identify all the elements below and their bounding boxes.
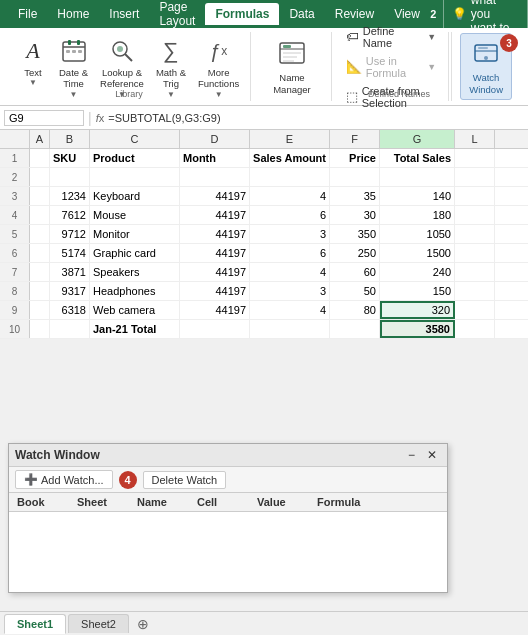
cell-1b[interactable]: SKU [50,149,90,167]
tab-page-layout[interactable]: Page Layout [149,0,205,32]
cell-2b[interactable] [50,168,90,186]
cell-5c[interactable]: Monitor [90,225,180,243]
cell-4l[interactable] [455,206,495,224]
tab-formulas[interactable]: Formulas [205,3,279,25]
cell-8d[interactable]: 44197 [180,282,250,300]
tab-view[interactable]: View [384,3,430,25]
cell-9d[interactable]: 44197 [180,301,250,319]
cell-10f[interactable] [330,320,380,338]
name-box[interactable] [4,110,84,126]
cell-1f[interactable]: Price [330,149,380,167]
add-sheet-button[interactable]: ⊕ [131,614,155,634]
cell-7a[interactable] [30,263,50,281]
cell-9e[interactable]: 4 [250,301,330,319]
cell-10l[interactable] [455,320,495,338]
use-in-formula-button[interactable]: 📐 Use in Formula ▼ [342,53,441,81]
tab-insert[interactable]: Insert [99,3,149,25]
cell-4g[interactable]: 180 [380,206,455,224]
cell-3e[interactable]: 4 [250,187,330,205]
cell-6e[interactable]: 6 [250,244,330,262]
cell-2c[interactable] [90,168,180,186]
cell-10e[interactable] [250,320,330,338]
text-button[interactable]: A Text ▼ [14,34,52,90]
sheet-tab-sheet2[interactable]: Sheet2 [68,614,129,633]
cell-4c[interactable]: Mouse [90,206,180,224]
cell-10b[interactable] [50,320,90,338]
cell-2a[interactable] [30,168,50,186]
cell-6b[interactable]: 5174 [50,244,90,262]
cell-2l[interactable] [455,168,495,186]
cell-7l[interactable] [455,263,495,281]
cell-3f[interactable]: 35 [330,187,380,205]
sheet-tab-sheet1[interactable]: Sheet1 [4,614,66,634]
cell-7c[interactable]: Speakers [90,263,180,281]
delete-watch-button[interactable]: Delete Watch [143,471,227,489]
cell-3l[interactable] [455,187,495,205]
cell-8l[interactable] [455,282,495,300]
cell-1c[interactable]: Product [90,149,180,167]
cell-9a[interactable] [30,301,50,319]
cell-9l[interactable] [455,301,495,319]
cell-1e[interactable]: Sales Amount [250,149,330,167]
cell-4d[interactable]: 44197 [180,206,250,224]
cell-6f[interactable]: 250 [330,244,380,262]
cell-9g-selected[interactable]: 320 [380,301,455,319]
cell-3a[interactable] [30,187,50,205]
cell-8f[interactable]: 50 [330,282,380,300]
cell-5b[interactable]: 9712 [50,225,90,243]
cell-6g[interactable]: 1500 [380,244,455,262]
cell-1g[interactable]: Total Sales [380,149,455,167]
cell-7d[interactable]: 44197 [180,263,250,281]
cell-3g[interactable]: 140 [380,187,455,205]
watch-window-close[interactable]: ✕ [423,447,441,463]
cell-8c[interactable]: Headphones [90,282,180,300]
cell-2f[interactable] [330,168,380,186]
cell-2g[interactable] [380,168,455,186]
cell-5f[interactable]: 350 [330,225,380,243]
tab-home[interactable]: Home [47,3,99,25]
cell-3c[interactable]: Keyboard [90,187,180,205]
cell-5e[interactable]: 3 [250,225,330,243]
add-watch-button[interactable]: ➕ Add Watch... [15,470,113,489]
cell-9b[interactable]: 6318 [50,301,90,319]
cell-8a[interactable] [30,282,50,300]
cell-4f[interactable]: 30 [330,206,380,224]
cell-9c[interactable]: Web camera [90,301,180,319]
watch-window-minimize[interactable]: − [404,447,419,463]
cell-5d[interactable]: 44197 [180,225,250,243]
cell-9f[interactable]: 80 1 [330,301,380,319]
cell-7e[interactable]: 4 [250,263,330,281]
tab-review[interactable]: Review [325,3,384,25]
cell-4a[interactable] [30,206,50,224]
cell-4b[interactable]: 7612 [50,206,90,224]
cell-3d[interactable]: 44197 [180,187,250,205]
define-name-button[interactable]: 🏷 Define Name ▼ [342,23,441,51]
tab-file[interactable]: File [8,3,47,25]
cell-4e[interactable]: 6 [250,206,330,224]
cell-5a[interactable] [30,225,50,243]
cell-8g[interactable]: 150 [380,282,455,300]
cell-6l[interactable] [455,244,495,262]
cell-1l[interactable] [455,149,495,167]
cell-5l[interactable] [455,225,495,243]
cell-8e[interactable]: 3 [250,282,330,300]
cell-6c[interactable]: Graphic card [90,244,180,262]
cell-1d[interactable]: Month [180,149,250,167]
cell-1a[interactable] [30,149,50,167]
cell-2d[interactable] [180,168,250,186]
tab-data[interactable]: Data [279,3,324,25]
cell-7b[interactable]: 3871 [50,263,90,281]
cell-7g[interactable]: 240 [380,263,455,281]
cell-10c-total[interactable]: Jan-21 Total [90,320,180,338]
cell-2e[interactable] [250,168,330,186]
name-manager-button[interactable]: NameManager [265,34,319,99]
cell-10d[interactable] [180,320,250,338]
cell-6a[interactable] [30,244,50,262]
cell-10g-subtotal[interactable]: 3580 [380,320,455,338]
cell-7f[interactable]: 60 [330,263,380,281]
cell-10a[interactable] [30,320,50,338]
cell-8b[interactable]: 9317 [50,282,90,300]
cell-6d[interactable]: 44197 [180,244,250,262]
cell-3b[interactable]: 1234 [50,187,90,205]
cell-5g[interactable]: 1050 [380,225,455,243]
